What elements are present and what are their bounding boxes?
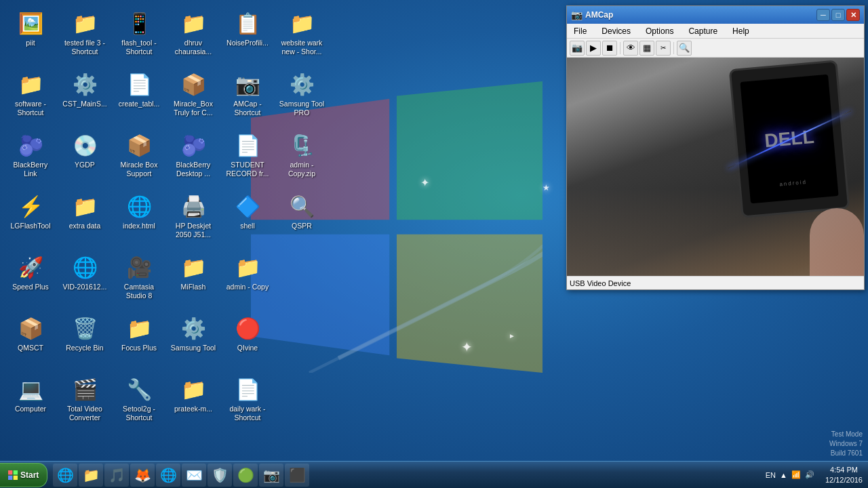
desktop-icon-hp-deskjet[interactable]: 🖨️HP Deskjet 2050 J51... — [166, 190, 220, 251]
desktop-icon-ygdp[interactable]: 💿YGDP — [58, 129, 112, 190]
desktop-icon-dhruv[interactable]: 📁dhruv chaurasia... — [166, 7, 220, 68]
icon-image-shell: 🔷 — [234, 192, 261, 220]
menu-file[interactable]: File — [570, 25, 591, 37]
desktop-icon-lgflash[interactable]: ⚡LGFlashTool — [3, 190, 58, 251]
taskbar-shield[interactable]: 🛡️ — [208, 464, 232, 487]
test-mode-line3: Build 7601 — [829, 449, 863, 458]
icon-label-qivine: QIvine — [237, 344, 258, 352]
desktop-icon-samsung-tool-pro[interactable]: ⚙️Samsung Tool PRO — [275, 68, 329, 129]
icon-label-dhruv: dhruv chaurasia... — [169, 39, 218, 56]
desktop-icon-amcap-shortcut[interactable]: 📷AMCap - Shortcut — [220, 68, 275, 129]
toolbar-eye[interactable]: 👁 — [623, 41, 638, 56]
desktop-icon-admin-copyzip[interactable]: 🗜️admin - Copy.zip — [275, 129, 329, 190]
icon-label-camtasia: Camtasia Studio 8 — [115, 283, 163, 300]
toolbar-cut[interactable]: ✂ — [656, 41, 671, 56]
window-statusbar: USB Video Device — [567, 276, 864, 289]
amcap-window: 📷 AMCap ─ □ ✕ File Devices Options Captu… — [566, 5, 865, 290]
desktop-icon-miracle-box-support[interactable]: 📦Miracle Box Support — [112, 129, 166, 190]
desktop-icon-tested-file[interactable]: 📁tested file 3 - Shortcut — [58, 7, 112, 68]
icon-label-extra-data: extra data — [69, 222, 101, 230]
clock-date: 12/12/2016 — [825, 475, 863, 485]
menu-capture[interactable]: Capture — [684, 25, 722, 37]
tablet-device: DELL android — [729, 60, 850, 218]
taskbar-firefox[interactable]: 🦊 — [130, 464, 155, 487]
maximize-button[interactable]: □ — [831, 9, 845, 21]
desktop-icon-student-record[interactable]: 📄STUDENT RECORD fr... — [220, 129, 275, 190]
taskbar-camera[interactable]: 📷 — [259, 464, 283, 487]
icon-image-dhruv: 📁 — [180, 9, 207, 37]
toolbar-sep-2 — [673, 42, 674, 54]
desktop-icon-blackberry-desktop[interactable]: 🫐BlackBerry Desktop ... — [166, 129, 220, 190]
icon-label-hp-deskjet: HP Deskjet 2050 J51... — [169, 222, 218, 239]
desktop-icon-flash-tool[interactable]: 📱flash_tool - Shortcut — [112, 7, 166, 68]
desktop-icon-index-html[interactable]: 🌐index.html — [112, 190, 166, 251]
desktop-icon-qmsct[interactable]: 📦QMSCT — [3, 312, 58, 373]
menu-options[interactable]: Options — [642, 25, 677, 37]
desktop-icon-cst-main[interactable]: ⚙️CST_MainS... — [58, 68, 112, 129]
desktop-icon-create-table[interactable]: 📄create_tabl... — [112, 68, 166, 129]
taskbar-mail[interactable]: ✉️ — [182, 464, 206, 487]
close-button[interactable]: ✕ — [846, 9, 860, 21]
desktop-icon-miracle-box-truly[interactable]: 📦Miracle_Box Truly for C... — [166, 68, 220, 129]
menu-devices[interactable]: Devices — [597, 25, 635, 37]
icon-label-software-shortcut: software - Shortcut — [6, 100, 55, 117]
desktop-icon-miflash[interactable]: 📁MiFlash — [166, 251, 220, 312]
desktop-icon-piit[interactable]: 🖼️piit — [3, 7, 58, 68]
taskbar-green-c[interactable]: 🟢 — [233, 464, 258, 487]
desktop-icon-extra-data[interactable]: 📁extra data — [58, 190, 112, 251]
icon-image-tested-file: 📁 — [71, 9, 98, 37]
desktop-icon-focus-plus[interactable]: 📁Focus Plus — [112, 312, 166, 373]
window-titlebar: 📷 AMCap ─ □ ✕ — [567, 6, 864, 24]
taskbar-tray-arrow[interactable]: ▲ — [780, 471, 787, 479]
desktop-icon-total-video[interactable]: 🎬Total Video Converter — [58, 373, 112, 434]
icon-image-index-html: 🌐 — [125, 192, 153, 220]
taskbar-chrome[interactable]: 🌐 — [156, 464, 180, 487]
icon-label-blackberry-link: BlackBerry Link — [6, 161, 55, 178]
toolbar-grid[interactable]: ▦ — [639, 41, 654, 56]
desktop-icon-speed-plus[interactable]: 🚀Speed Plus — [3, 251, 58, 312]
icon-image-website-wark: 📁 — [288, 9, 315, 37]
taskbar-speaker-icon[interactable]: 🔊 — [805, 470, 814, 479]
toolbar-search[interactable]: 🔍 — [677, 41, 692, 56]
test-mode-line1: Test Mode — [829, 430, 863, 439]
toolbar-play[interactable]: ▶ — [586, 41, 601, 56]
desktop-icon-samsung-tool[interactable]: ⚙️Samsung Tool — [166, 312, 220, 373]
taskbar-black-c[interactable]: ⬛ — [285, 464, 309, 487]
icon-image-software-shortcut: 📁 — [17, 70, 44, 98]
icon-label-setool2g: Setool2g - Shortcut — [115, 405, 163, 422]
taskbar-network-icon: 📶 — [791, 470, 801, 479]
desktop-icon-recycle-bin[interactable]: 🗑️Recycle Bin — [58, 312, 112, 373]
desktop-icon-shell[interactable]: 🔷shell — [220, 190, 275, 251]
desktop-icon-vid[interactable]: 🌐VID-201612... — [58, 251, 112, 312]
desktop-icon-prateek-m[interactable]: 📁prateek-m... — [166, 373, 220, 434]
start-button[interactable]: Start — [0, 463, 47, 487]
icon-image-samsung-tool: ⚙️ — [180, 314, 207, 342]
windows-start-icon — [8, 470, 18, 480]
minimize-button[interactable]: ─ — [816, 9, 830, 21]
amcap-title-text: AMCap — [585, 10, 814, 20]
icon-image-extra-data: 📁 — [71, 192, 98, 220]
icon-label-website-wark: website wark new - Shor... — [277, 39, 326, 56]
desktop-icon-camtasia[interactable]: 🎥Camtasia Studio 8 — [112, 251, 166, 312]
taskbar-wmp[interactable]: 🎵 — [104, 464, 129, 487]
icon-image-computer: 💻 — [17, 375, 44, 403]
desktop-icon-qspr[interactable]: 🔍QSPR — [275, 190, 329, 251]
desktop-icon-setool2g[interactable]: 🔧Setool2g - Shortcut — [112, 373, 166, 434]
icon-image-focus-plus: 📁 — [125, 314, 153, 342]
menu-help[interactable]: Help — [728, 25, 753, 37]
taskbar-ie[interactable]: 🌐 — [53, 464, 77, 487]
icon-label-create-table: create_tabl... — [119, 100, 160, 108]
desktop-icon-qivine[interactable]: 🔴QIvine — [220, 312, 275, 373]
toolbar-snap[interactable]: 📷 — [570, 41, 585, 56]
desktop-icon-software-shortcut[interactable]: 📁software - Shortcut — [3, 68, 58, 129]
desktop-icon-daily-wark[interactable]: 📄daily wark - Shortcut — [220, 373, 275, 434]
desktop-icon-noise-profiling[interactable]: 📋NoiseProfili... — [220, 7, 275, 68]
taskbar-explorer[interactable]: 📁 — [79, 464, 103, 487]
desktop-icon-website-wark[interactable]: 📁website wark new - Shor... — [275, 7, 329, 68]
toolbar-stop[interactable]: ⏹ — [602, 41, 617, 56]
icon-label-miracle-box-truly: Miracle_Box Truly for C... — [169, 100, 218, 117]
desktop-icon-admin-copy[interactable]: 📁admin - Copy — [220, 251, 275, 312]
desktop-icon-computer[interactable]: 💻Computer — [3, 373, 58, 434]
desktop-icon-blackberry-link[interactable]: 🫐BlackBerry Link — [3, 129, 58, 190]
clock-area[interactable]: 4:54 PM 12/12/2016 — [820, 465, 868, 485]
